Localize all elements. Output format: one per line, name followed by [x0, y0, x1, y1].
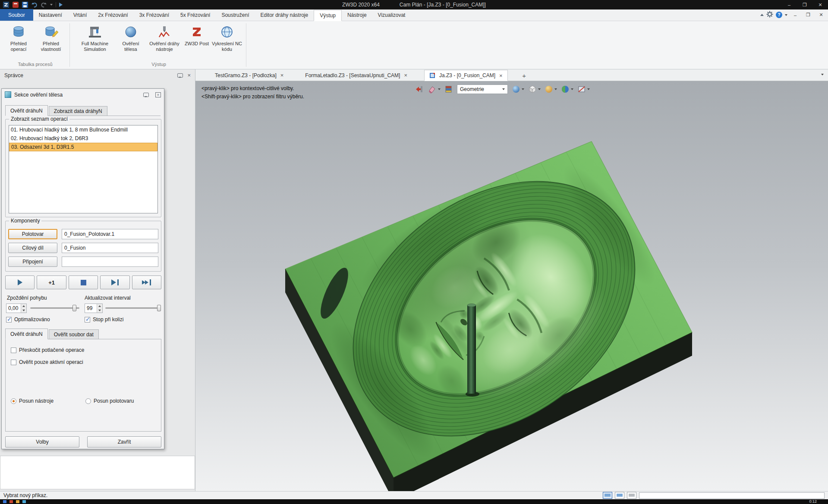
dropdown-caret-icon[interactable] — [538, 88, 541, 90]
render-sphere-icon[interactable] — [544, 85, 557, 94]
cam-plan-icon[interactable] — [12, 2, 19, 8]
doctab-ja-active[interactable]: Ja.Z3 - [0_Fusion_CAM] — [424, 70, 508, 81]
stop-button[interactable] — [69, 275, 98, 289]
spin-down-icon[interactable] — [97, 308, 102, 313]
verify-solid-button[interactable]: Ověření tělesa — [117, 23, 145, 52]
full-machine-simulation-button[interactable]: Full Machine Simulation — [74, 23, 116, 52]
tab-vrtani[interactable]: Vrtání — [68, 9, 93, 21]
prompt-window-icon[interactable] — [615, 492, 624, 499]
tab-list-chevron-icon[interactable] — [821, 74, 824, 75]
tab-editor-drahy[interactable]: Editor dráhy nástroje — [255, 9, 314, 21]
new-tab-icon[interactable] — [520, 71, 529, 80]
operation-item[interactable]: 01. Hrubovací hladký tok 1, 8 mm Bullnos… — [9, 125, 157, 134]
tab-3x-frezovani[interactable]: 3x Frézování — [134, 9, 175, 21]
tab-show-toolpath-data[interactable]: Zobrazit data dráhyN — [49, 106, 107, 116]
display-mode-icon[interactable] — [560, 85, 573, 94]
tab-nastaveni[interactable]: Nastavení — [33, 9, 68, 21]
attach-input[interactable] — [62, 257, 158, 267]
operation-item-selected[interactable]: 03. Odsazení 3d 1, D3R1.5 — [9, 143, 157, 151]
doc-minimize-button[interactable]: – — [790, 11, 800, 19]
qat-dropdown-icon[interactable] — [50, 4, 53, 6]
window-minimize-button[interactable]: – — [781, 0, 797, 9]
filter-select[interactable]: Geometrie — [457, 85, 508, 94]
tab-5x-frezovani[interactable]: 5x Frézování — [175, 9, 216, 21]
doctab-testgramo[interactable]: TestGramo.Z3 - [Podlozka] — [210, 70, 288, 81]
dialog-close-icon[interactable] — [155, 92, 161, 97]
dropdown-caret-icon[interactable] — [554, 88, 557, 90]
help-icon[interactable] — [776, 12, 782, 18]
optimized-checkbox[interactable]: Optimalizováno — [6, 316, 50, 322]
section-view-icon[interactable] — [577, 85, 590, 94]
taskbar-app-icon[interactable] — [3, 500, 6, 503]
move-tool-radio[interactable]: Posun nástroje — [11, 398, 54, 404]
tab-vizualizovat[interactable]: Vizualizovat — [372, 9, 411, 21]
interval-spinner[interactable]: 99 — [85, 304, 103, 313]
dropdown-caret-icon[interactable] — [438, 88, 441, 90]
spin-down-icon[interactable] — [21, 308, 26, 313]
display-filter-icon[interactable] — [444, 85, 453, 94]
shade-sphere-icon[interactable] — [511, 85, 524, 94]
close-tab-icon[interactable] — [404, 72, 407, 78]
options-button[interactable]: Volby — [5, 436, 79, 448]
settings-gear-icon[interactable] — [766, 11, 773, 19]
view-cube-icon[interactable] — [528, 85, 541, 94]
output-window-icon[interactable] — [627, 492, 636, 499]
replay-icon[interactable] — [59, 3, 63, 7]
command-input[interactable] — [639, 492, 825, 499]
tab-verify-toolpath-2[interactable]: Ověřit dráhuN — [5, 329, 48, 339]
dropdown-caret-icon[interactable] — [587, 88, 590, 90]
run-to-end-button[interactable] — [100, 275, 129, 289]
zw3d-post-button[interactable]: ZW3D Post — [184, 23, 209, 47]
nc-code-button[interactable]: Vykreslení NC kódu — [211, 23, 243, 52]
tab-2x-frezovani[interactable]: 2x Frézování — [92, 9, 133, 21]
operation-item[interactable]: 02. Hrubovací hladký tok 2, D6R3 — [9, 134, 157, 143]
save-icon[interactable] — [22, 2, 28, 8]
verify-toolpath-button[interactable]: Ověření dráhy nástroje — [146, 23, 183, 52]
close-tab-icon[interactable] — [499, 73, 503, 78]
delay-slider[interactable] — [30, 305, 79, 311]
blank-button[interactable]: Polotovar — [8, 229, 57, 239]
fast-to-end-button[interactable] — [132, 275, 161, 289]
tab-verify-data-file[interactable]: Ověřit soubor dat — [49, 329, 99, 339]
collapse-ribbon-icon[interactable] — [760, 14, 764, 16]
taskbar-app-icon[interactable] — [16, 500, 19, 503]
undo-icon[interactable] — [31, 2, 38, 8]
close-button[interactable]: Zavřít — [87, 436, 161, 448]
dialog-comment-icon[interactable] — [143, 93, 149, 97]
tab-soustruzeni[interactable]: Soustružení — [216, 9, 255, 21]
tab-soubor[interactable]: Soubor — [0, 9, 33, 21]
move-blank-radio[interactable]: Posun polotovaru — [85, 398, 134, 404]
slider-handle[interactable] — [157, 305, 161, 311]
taskbar-app-icon[interactable] — [9, 500, 13, 503]
taskbar-app-icon[interactable] — [22, 500, 26, 503]
attach-button[interactable]: Připojení — [8, 257, 57, 267]
blank-input[interactable] — [62, 229, 158, 239]
tab-vystup[interactable]: Výstup — [314, 10, 342, 21]
slider-handle[interactable] — [72, 305, 76, 311]
viewport[interactable]: <pravý-klik> pro kontextové-citlivé volb… — [195, 81, 828, 491]
tab-nastroje[interactable]: Nástroje — [342, 9, 372, 21]
doc-restore-button[interactable]: ❐ — [803, 11, 813, 19]
help-dropdown-icon[interactable] — [785, 14, 787, 16]
window-close-button[interactable]: ✕ — [812, 0, 828, 9]
target-part-button[interactable]: Cílový díl — [8, 243, 57, 253]
operations-list[interactable]: 01. Hrubovací hladký tok 1, 8 mm Bullnos… — [9, 125, 158, 213]
play-button[interactable] — [5, 275, 35, 289]
step-plus-one-button[interactable]: +1 — [37, 275, 66, 289]
eraser-icon[interactable] — [428, 85, 441, 94]
manager-close-icon[interactable] — [187, 72, 191, 78]
spin-up-icon[interactable] — [97, 304, 102, 308]
manager-note-icon[interactable] — [177, 73, 183, 78]
spin-up-icon[interactable] — [21, 304, 26, 308]
tab-verify-toolpath[interactable]: Ověřit dráhuN — [5, 105, 48, 116]
dropdown-caret-icon[interactable] — [571, 88, 573, 90]
doc-close-button[interactable]: ✕ — [816, 11, 826, 19]
interval-slider[interactable] — [105, 305, 161, 311]
verify-active-only-checkbox[interactable]: Ověřit pouze aktivní operaci — [11, 359, 83, 365]
input-mode-icon[interactable] — [603, 492, 612, 499]
delay-spinner[interactable]: 0,00 — [6, 304, 27, 313]
model-3d-canvas[interactable] — [195, 81, 828, 491]
target-part-input[interactable] — [62, 243, 158, 253]
redo-icon[interactable] — [41, 2, 47, 8]
exit-icon[interactable] — [415, 85, 424, 94]
